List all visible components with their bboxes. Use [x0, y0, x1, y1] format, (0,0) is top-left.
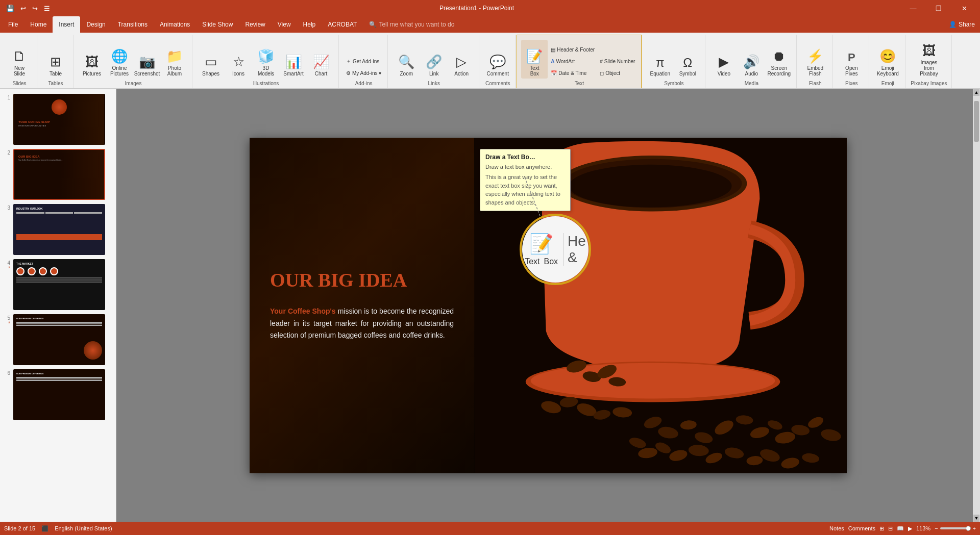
- group-slides-content: 🗋 NewSlide: [6, 37, 33, 79]
- object-btn[interactable]: ◻ Object: [598, 67, 637, 79]
- slide-item-2[interactable]: 2 OUR BIG IDEA Your Coffee Shop's missio…: [2, 148, 114, 201]
- undo-btn[interactable]: ↩: [18, 4, 28, 13]
- equation-btn[interactable]: π Equation: [647, 40, 673, 79]
- close-btn[interactable]: ✕: [952, 0, 976, 16]
- action-btn[interactable]: ▷ Action: [448, 40, 475, 79]
- tab-review[interactable]: Review: [239, 16, 271, 33]
- smartart-icon: 📊: [285, 54, 302, 70]
- table-btn[interactable]: ⊞ Table: [42, 40, 69, 79]
- slide-item-4[interactable]: 4* THE MARKET: [2, 258, 114, 311]
- pictures-btn[interactable]: 🖼 Pictures: [79, 40, 105, 79]
- 3d-models-btn[interactable]: 🧊 3DModels: [253, 40, 279, 79]
- ribbon-tabs: File Home Insert Design Transitions Anim…: [0, 16, 980, 33]
- object-icon: ◻: [600, 70, 604, 76]
- photo-album-icon: 📁: [166, 48, 183, 64]
- screenshot-btn[interactable]: 📷 Screenshot: [134, 40, 160, 79]
- vertical-scrollbar[interactable]: ▲ ▼: [973, 89, 980, 522]
- header-footer-btn[interactable]: ▤ Header & Footer: [549, 44, 597, 55]
- tab-slideshow[interactable]: Slide Show: [196, 16, 239, 33]
- slide-item-6[interactable]: 6 OUR PREMIUM OFFERINGS: [2, 368, 114, 421]
- icons-btn[interactable]: ☆ Icons: [225, 40, 252, 79]
- tab-help[interactable]: Help: [297, 16, 322, 33]
- shapes-btn[interactable]: ▭ Shapes: [198, 40, 224, 79]
- ribbon-search[interactable]: 🔍: [363, 19, 487, 30]
- comments-status-btn[interactable]: Comments: [848, 525, 875, 531]
- slide-item-5[interactable]: 5* OUR PREMIUM OFFERINGS: [2, 313, 114, 366]
- 3d-models-icon: 🧊: [258, 48, 274, 64]
- minimize-btn[interactable]: —: [901, 0, 925, 16]
- link-btn[interactable]: 🔗 Link: [421, 40, 447, 79]
- main-area: 1 YOUR COFFEE SHOP INVESTOR OPPORTUNITIE…: [0, 89, 980, 522]
- chart-btn[interactable]: 📈 Chart: [308, 40, 334, 79]
- zoom-circle-inner: 📝 Text Box He&: [522, 216, 589, 283]
- tab-view[interactable]: View: [272, 16, 297, 33]
- emoji-keyboard-btn[interactable]: 😊 EmojiKeyboard: [874, 40, 901, 79]
- tab-animations[interactable]: Animations: [154, 16, 196, 33]
- tab-file[interactable]: File: [2, 16, 24, 33]
- smartart-btn[interactable]: 📊 SmartArt: [280, 40, 307, 79]
- icons-icon: ☆: [233, 54, 244, 70]
- scroll-thumb[interactable]: [974, 101, 979, 142]
- table-label: Table: [50, 71, 62, 77]
- tab-design[interactable]: Design: [80, 16, 111, 33]
- screen-recording-btn[interactable]: ⏺ ScreenRecording: [766, 40, 792, 79]
- screen-recording-icon: ⏺: [772, 48, 786, 64]
- text-box-btn[interactable]: 📝 TextBox: [521, 40, 548, 79]
- pixabay-btn[interactable]: 🖼 Images fromPixabay: [916, 40, 942, 79]
- slide-thumbnail-5[interactable]: OUR PREMIUM OFFERINGS: [13, 314, 105, 365]
- get-addins-btn[interactable]: ＋ Get Add-ins: [344, 56, 383, 67]
- touch-btn[interactable]: ☰: [42, 4, 52, 13]
- share-button[interactable]: 👤 Share: [944, 19, 980, 30]
- scroll-down-btn[interactable]: ▼: [973, 515, 979, 522]
- slide-left-panel: OUR BIG IDEA Your Coffee Shop's mission …: [250, 138, 474, 473]
- open-pixes-btn[interactable]: P OpenPixes: [838, 40, 865, 79]
- zoomed-text-label: Text: [525, 257, 540, 266]
- zoom-btn[interactable]: 🔍 Zoom: [393, 40, 420, 79]
- new-slide-icon: 🗋: [13, 48, 26, 64]
- tab-acrobat[interactable]: ACROBAT: [322, 16, 363, 33]
- view-slidesorter-btn[interactable]: ⊟: [888, 525, 893, 532]
- shapes-icon: ▭: [205, 54, 217, 70]
- slide-thumbnail-2[interactable]: OUR BIG IDEA Your Coffee Shop's mission …: [13, 149, 105, 200]
- zoom-slider[interactable]: − +: [935, 525, 976, 531]
- redo-btn[interactable]: ↪: [30, 4, 40, 13]
- group-links: 🔍 Zoom 🔗 Link ▷ Action Links: [389, 35, 479, 88]
- slide-thumbnail-3[interactable]: INDUSTRY OUTLOOK: [13, 204, 105, 255]
- slide-heading: OUR BIG IDEA: [270, 269, 454, 291]
- search-input[interactable]: [379, 21, 481, 28]
- group-flash: ⚡ EmbedFlash Flash: [798, 35, 833, 88]
- slide-item-1[interactable]: 1 YOUR COFFEE SHOP INVESTOR OPPORTUNITIE…: [2, 93, 114, 146]
- svg-point-26: [569, 164, 732, 207]
- photo-album-btn[interactable]: 📁 PhotoAlbum: [161, 40, 188, 79]
- slide-thumbnail-1[interactable]: YOUR COFFEE SHOP INVESTOR OPPORTUNITIES: [13, 94, 105, 145]
- slide-number-btn[interactable]: # Slide Number: [598, 56, 637, 67]
- slide-panel[interactable]: 1 YOUR COFFEE SHOP INVESTOR OPPORTUNITIE…: [0, 89, 116, 522]
- tab-home[interactable]: Home: [24, 16, 53, 33]
- restore-btn[interactable]: ❐: [927, 0, 950, 16]
- embed-flash-btn[interactable]: ⚡ EmbedFlash: [802, 40, 828, 79]
- wordart-btn[interactable]: A WordArt: [549, 56, 597, 67]
- slide-item-3[interactable]: 3 INDUSTRY OUTLOOK: [2, 203, 114, 256]
- notes-btn[interactable]: Notes: [829, 525, 844, 531]
- view-slideshow-btn[interactable]: ▶: [908, 525, 912, 532]
- slide-thumbnail-4[interactable]: THE MARKET: [13, 259, 105, 310]
- tab-insert[interactable]: Insert: [53, 16, 80, 33]
- slide-thumbnail-6[interactable]: OUR PREMIUM OFFERINGS: [13, 369, 105, 420]
- video-btn[interactable]: ▶ Video: [710, 40, 737, 79]
- get-addins-icon: ＋: [346, 58, 351, 65]
- comment-btn[interactable]: 💬 Comment: [484, 40, 511, 79]
- group-pixes: P OpenPixes Pixes: [834, 35, 869, 88]
- online-pictures-btn[interactable]: 🌐 OnlinePictures: [106, 40, 133, 79]
- date-time-btn[interactable]: 📅 Date & Time: [549, 67, 597, 79]
- view-normal-btn[interactable]: ⊞: [879, 525, 884, 532]
- audio-btn[interactable]: 🔊 Audio: [738, 40, 765, 79]
- symbol-btn[interactable]: Ω Symbol: [674, 40, 701, 79]
- group-media: ▶ Video 🔊 Audio ⏺ ScreenRecording Media: [706, 35, 797, 88]
- scroll-up-btn[interactable]: ▲: [973, 89, 979, 96]
- my-addins-btn[interactable]: ⚙ My Add-ins ▾: [344, 67, 383, 79]
- save-btn[interactable]: 💾: [4, 4, 16, 13]
- new-slide-btn[interactable]: 🗋 NewSlide: [6, 40, 33, 79]
- zoomed-box-label: Box: [544, 257, 558, 266]
- view-reading-btn[interactable]: 📖: [897, 525, 904, 532]
- tab-transitions[interactable]: Transitions: [112, 16, 154, 33]
